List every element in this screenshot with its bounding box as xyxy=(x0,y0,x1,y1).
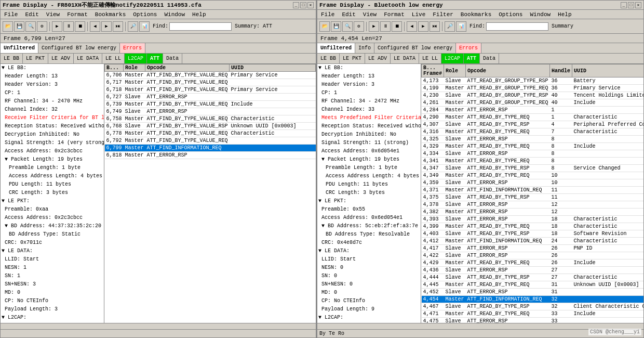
table-row[interactable]: 4,382MasterATT_ERROR_RSP12 xyxy=(422,209,644,216)
toolbar-btn-1[interactable]: 📂 xyxy=(3,21,13,32)
tree-item[interactable]: Reception Status: Received without error… xyxy=(317,122,421,131)
table-row[interactable]: 4,199MasterATT_READ_BY_GROUP_TYPE_REQ36P… xyxy=(422,85,644,92)
table-row[interactable]: 4,444SlaveATT_READ_BY_TYPE_RSP27Characte… xyxy=(422,274,644,281)
proto-tab-data-left[interactable]: Data xyxy=(163,54,182,63)
table-row[interactable]: 6,758MasterATT_FIND_BY_TYPE_VALUE_REQCha… xyxy=(105,115,316,123)
menu-file-left[interactable]: File xyxy=(3,11,19,18)
proto-tab-lell-right[interactable]: LE LL xyxy=(419,54,441,63)
proto-tab-l2cap-left[interactable]: L2CAP xyxy=(125,54,147,63)
col-frame-right[interactable]: B... Frame# xyxy=(422,64,444,77)
toolbar-btn-r8[interactable]: ◀ xyxy=(407,21,417,32)
tree-item[interactable]: Preamble Length: 1 byte xyxy=(1,164,104,172)
toolbar-btn-8[interactable]: ◀ xyxy=(90,21,100,32)
tree-item[interactable]: BD Address Type: Static xyxy=(1,230,104,239)
close-button[interactable]: ✕ xyxy=(307,2,314,8)
col-uuid-right[interactable]: UUID xyxy=(572,64,643,77)
maximize-button[interactable]: □ xyxy=(300,2,306,8)
tree-item[interactable]: Preamble: 0x55 xyxy=(317,205,421,214)
toolbar-btn-r4[interactable]: ⚙ xyxy=(354,21,364,32)
tree-item[interactable]: Preamble Length: 1 byte xyxy=(317,164,421,172)
tree-item[interactable]: LLID: Start xyxy=(1,255,104,264)
table-row[interactable]: 6,818MasterATT_ERROR_RSP xyxy=(105,152,316,159)
tree-item[interactable]: NESN: 1 xyxy=(1,264,104,272)
tree-item[interactable]: Decryption Inhibited: No xyxy=(1,131,104,139)
toolbar-btn-11[interactable]: 🔎 xyxy=(128,21,138,32)
tree-item[interactable]: CP: 1 xyxy=(1,89,104,97)
tree-item[interactable]: SN+NESN: 3 xyxy=(1,280,104,289)
table-row[interactable]: 4,173SlaveATT_READ_BY_GROUP_TYPE_RSP36Ba… xyxy=(422,77,644,85)
proto-tab-lell-left[interactable]: LE LL xyxy=(102,54,125,63)
table-row[interactable]: 4,403SlaveATT_READ_BY_TYPE_RSP18Software… xyxy=(422,230,644,238)
tree-item[interactable]: LLID: Start xyxy=(317,255,421,264)
tree-item[interactable]: Access Address: 0x2c3cbcc xyxy=(1,214,104,222)
left-packet-list[interactable]: B... Role Opcode UUID 6,706MasterATT_FIN… xyxy=(104,64,316,323)
filter-tab-errors-left[interactable]: Errors xyxy=(120,43,145,53)
tree-item[interactable]: Channel Index: 33 xyxy=(317,106,421,114)
proto-tab-ledata-left[interactable]: LE DATA xyxy=(74,54,102,63)
tree-item[interactable]: PDU Length: 11 bytes xyxy=(1,180,104,189)
tree-item[interactable]: Payload Length: 9 xyxy=(317,305,421,314)
table-row[interactable]: 4,375SlaveATT_READ_BY_TYPE_RSP11 xyxy=(422,194,644,201)
table-row[interactable]: 4,290MasterATT_READ_BY_TYPE_REQ1Characte… xyxy=(422,114,644,121)
col-opcode-right[interactable]: Opcode xyxy=(466,64,550,77)
table-row[interactable]: 6,717MasterATT_FIND_BY_TYPE_VALUE_REQ xyxy=(105,79,316,86)
table-row[interactable]: 4,399MasterATT_READ_BY_TYPE_REQ18Charact… xyxy=(422,223,644,230)
tree-item[interactable]: Reception Status: Received without error… xyxy=(1,122,104,131)
toolbar-btn-4[interactable]: ⚙ xyxy=(37,21,47,32)
tree-item[interactable]: SN: 1 xyxy=(1,272,104,280)
proto-tab-data-right[interactable]: Data xyxy=(480,54,499,63)
table-row[interactable]: 4,347SlaveATT_READ_BY_TYPE_RSP8Service C… xyxy=(422,165,644,172)
menu-edit-right[interactable]: Edit xyxy=(340,11,357,18)
col-uuid-left[interactable]: UUID xyxy=(230,64,316,72)
tree-item[interactable]: MD: 0 xyxy=(317,289,421,297)
table-row[interactable]: 4,316MasterATT_READ_BY_TYPE_REQ7Characte… xyxy=(422,128,644,136)
menu-format-left[interactable]: Format xyxy=(65,11,89,18)
filter-tab-unfiltered-right[interactable]: Unfiltered xyxy=(317,43,355,53)
table-row[interactable]: 4,467SlaveATT_READ_BY_TYPE_RSP32Client C… xyxy=(422,303,644,310)
col-role-right[interactable]: Role xyxy=(444,64,466,77)
menu-filter-right[interactable]: Filter xyxy=(431,11,455,18)
menu-view-right[interactable]: View xyxy=(361,11,378,18)
tree-item[interactable]: CRC Length: 3 bytes xyxy=(1,189,104,197)
tree-item[interactable]: Signal Strength: 11 (strong) xyxy=(317,139,421,147)
minimize-button-right[interactable]: _ xyxy=(621,2,627,8)
menu-bookmarks-left[interactable]: Bookmarks xyxy=(93,11,127,18)
tree-item[interactable]: ▼ LE BB: xyxy=(1,64,104,72)
menu-options-right[interactable]: Options xyxy=(497,11,524,18)
toolbar-btn-r10[interactable]: ⏭ xyxy=(430,21,440,32)
menu-window-left[interactable]: Window xyxy=(163,11,186,18)
col-frame-left[interactable]: B... xyxy=(105,64,124,72)
toolbar-btn-r2[interactable]: 💾 xyxy=(331,21,341,32)
tree-item[interactable]: ▼ L2CAP: xyxy=(317,314,421,322)
toolbar-btn-r12[interactable]: 📊 xyxy=(456,21,466,32)
tree-item[interactable]: SN+NESN: 0 xyxy=(317,280,421,289)
filter-tab-configured-left[interactable]: Configured BT low energy xyxy=(38,43,120,53)
table-row[interactable]: 6,778MasterATT_FIND_BY_TYPE_VALUE_REQCha… xyxy=(105,130,316,137)
table-row[interactable]: 6,799MasterATT_FIND_INFORMATION_REQ xyxy=(105,145,316,152)
table-row[interactable]: 4,325SlaveATT_ERROR_RSP8 xyxy=(422,136,644,143)
find-input-right[interactable] xyxy=(486,22,548,31)
tree-item[interactable]: RF Channel: 34 - 2470 MHz xyxy=(1,97,104,106)
toolbar-btn-r6[interactable]: ⏸ xyxy=(380,21,391,32)
tree-item[interactable]: Meets Predefined Filter Criteria for BT … xyxy=(317,114,421,122)
table-row[interactable]: 4,341MasterATT_READ_BY_TYPE_REQ8 xyxy=(422,158,644,165)
toolbar-btn-r9[interactable]: ▶ xyxy=(418,21,428,32)
toolbar-btn-r1[interactable]: 📂 xyxy=(319,21,330,32)
find-input-left[interactable] xyxy=(169,22,232,31)
menu-file-right[interactable]: File xyxy=(319,11,336,18)
tree-item[interactable]: Header Length: 13 xyxy=(1,72,104,81)
table-row[interactable]: 4,307SlaveATT_READ_BY_TYPE_RSP4Periphera… xyxy=(422,121,644,128)
tree-item[interactable]: MD: 0 xyxy=(1,289,104,297)
table-row[interactable]: 4,329MasterATT_READ_BY_TYPE_REQ8Include xyxy=(422,143,644,150)
toolbar-btn-r7[interactable]: ⏹ xyxy=(392,21,402,32)
table-row[interactable]: 4,393SlaveATT_ERROR_RSP18Characteristic xyxy=(422,216,644,223)
proto-tab-lepkt-left[interactable]: LE PKT xyxy=(23,54,48,63)
tree-item[interactable]: RF Channel: 34 - 2472 MHz xyxy=(317,97,421,106)
proto-tab-l2cap-right[interactable]: L2CAP xyxy=(441,54,464,63)
table-row[interactable]: 4,417SlaveATT_ERROR_RSP26PNP ID xyxy=(422,245,644,252)
table-row[interactable]: 4,378SlaveATT_ERROR_RSP12 xyxy=(422,201,644,209)
table-row[interactable]: 6,792MasterATT_FIND_BY_TYPE_VALUE_REQ xyxy=(105,137,316,145)
menu-live-right[interactable]: Live xyxy=(410,11,427,18)
tree-item[interactable]: SN: 0 xyxy=(317,272,421,280)
table-row[interactable]: 6,706MasterATT_FIND_BY_TYPE_VALUE_REQPri… xyxy=(105,72,316,79)
